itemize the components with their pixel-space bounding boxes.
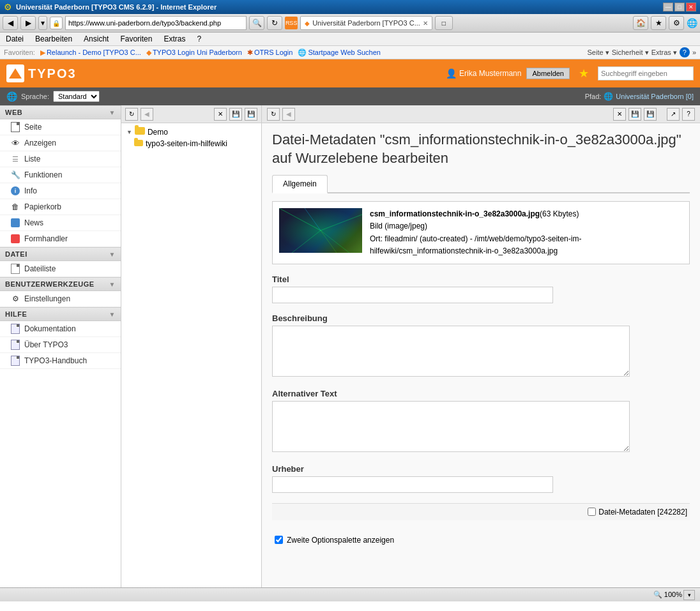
sidebar: WEB ▼ Seite 👁 Anzeigen ☰ Liste bbox=[0, 105, 121, 587]
path-info: Pfad: 🌐 Universität Paderborn [0] bbox=[585, 92, 694, 101]
editor-save2-button[interactable]: 💾 bbox=[644, 108, 657, 121]
page-menu[interactable]: Seite ▾ bbox=[588, 49, 609, 57]
menu-datei[interactable]: Datei bbox=[4, 34, 26, 44]
sidebar-item-info[interactable]: i Info bbox=[0, 183, 121, 199]
link-startpage[interactable]: 🌐 Startpage Web Suchen bbox=[298, 49, 381, 57]
settings-icon: ⚙ bbox=[10, 294, 20, 304]
svg-line-0 bbox=[279, 208, 321, 230]
help-btn[interactable]: ? bbox=[680, 47, 690, 57]
sidebar-item-ueber-typo3[interactable]: Über TYPO3 bbox=[0, 337, 121, 353]
tab-bar: Allgemein bbox=[272, 175, 690, 193]
sidebar-item-dateiliste[interactable]: Dateiliste bbox=[0, 261, 121, 277]
save-tree-button[interactable]: 💾 bbox=[229, 108, 242, 121]
title-input[interactable] bbox=[272, 287, 553, 303]
bw-section-arrow: ▼ bbox=[109, 281, 116, 288]
editor-content: Datei-Metadaten "csm_informationstechnik… bbox=[262, 123, 700, 557]
file-thumbnail bbox=[279, 208, 362, 253]
path-icon: 🌐 bbox=[604, 92, 613, 101]
close-tree-button[interactable]: ✕ bbox=[214, 108, 227, 121]
favorites-button[interactable]: ★ bbox=[651, 16, 666, 30]
right-menu-more[interactable]: » bbox=[692, 49, 696, 56]
save-close-tree-button[interactable]: 💾 bbox=[245, 108, 257, 121]
typo3-search-input[interactable] bbox=[598, 66, 694, 80]
sidebar-item-seite[interactable]: Seite bbox=[0, 119, 121, 135]
sidebar-item-einstellungen[interactable]: ⚙ Einstellungen bbox=[0, 291, 121, 307]
file-location: Ort: fileadmin/ (auto-created) - /imt/we… bbox=[370, 233, 683, 257]
sidebar-item-anzeigen[interactable]: 👁 Anzeigen bbox=[0, 135, 121, 151]
minimize-button[interactable]: — bbox=[663, 3, 673, 11]
refresh-button[interactable]: ↻ bbox=[267, 16, 282, 30]
editor-close-button[interactable]: ✕ bbox=[613, 108, 626, 121]
doc-icon-2 bbox=[10, 340, 20, 350]
link-typo3login[interactable]: ◆ TYPO3 Login Uni Paderborn bbox=[146, 49, 242, 57]
second-options-checkbox-row: Zweite Optionspalette anzeigen bbox=[275, 536, 687, 545]
user-info: 👤 Erika Mustermann bbox=[446, 68, 521, 79]
maximize-button[interactable]: □ bbox=[674, 3, 685, 11]
menu-ansicht[interactable]: Ansicht bbox=[82, 34, 110, 44]
go-button[interactable]: 🔍 bbox=[249, 16, 264, 30]
menu-bearbeiten[interactable]: Bearbeiten bbox=[33, 34, 74, 44]
metadata-checkbox[interactable] bbox=[588, 508, 596, 516]
bookmark-star[interactable]: ★ bbox=[579, 66, 589, 80]
window-controls[interactable]: — □ ✕ bbox=[663, 3, 696, 11]
link-relaunch[interactable]: ▶ Relaunch - Demo [TYPO3 C... bbox=[40, 49, 141, 57]
description-textarea[interactable] bbox=[272, 326, 630, 377]
menu-favoriten[interactable]: Favoriten bbox=[118, 34, 154, 44]
dropdown-button[interactable]: ▾ bbox=[38, 16, 47, 30]
home-button[interactable]: 🏠 bbox=[633, 16, 648, 30]
refresh-tree-button[interactable]: ↻ bbox=[125, 108, 138, 121]
forward-button[interactable]: ▶ bbox=[20, 16, 36, 30]
info-icon: i bbox=[10, 186, 20, 196]
sidebar-item-formhandler[interactable]: Formhandler bbox=[0, 231, 121, 247]
editor-refresh-button[interactable]: ↻ bbox=[267, 108, 280, 121]
back-button[interactable]: ◀ bbox=[3, 16, 18, 30]
address-bar[interactable] bbox=[65, 16, 247, 30]
typo3-subheader: 🌐 Sprache: Standard Pfad: 🌐 Universität … bbox=[0, 87, 700, 105]
lang-label: Sprache: bbox=[21, 93, 49, 100]
author-input[interactable] bbox=[272, 476, 553, 493]
editor-help-button[interactable]: ? bbox=[682, 108, 695, 121]
urheber-label: Urheber bbox=[272, 464, 690, 474]
sidebar-item-papierkorb[interactable]: 🗑 Papierkorb bbox=[0, 199, 121, 215]
sidebar-item-funktionen[interactable]: 🔧 Funktionen bbox=[0, 167, 121, 183]
alt-text-textarea[interactable] bbox=[272, 401, 630, 452]
tree-node-seiten[interactable]: typo3-seiten-im-hilfewiki bbox=[124, 138, 259, 149]
eye-icon: 👁 bbox=[10, 138, 20, 148]
editor-expand-button[interactable]: ↗ bbox=[667, 108, 680, 121]
second-options-checkbox[interactable] bbox=[275, 536, 283, 544]
link-otrs-icon: ✱ bbox=[247, 49, 253, 57]
menu-extras[interactable]: Extras bbox=[162, 34, 187, 44]
close-button[interactable]: ✕ bbox=[686, 3, 696, 11]
menu-help[interactable]: ? bbox=[195, 34, 203, 44]
safety-menu[interactable]: Sicherheit ▾ bbox=[612, 49, 649, 57]
new-tab-button[interactable]: □ bbox=[435, 16, 453, 30]
lang-select[interactable]: Standard bbox=[53, 91, 100, 102]
rss-icon: RSS bbox=[285, 17, 298, 29]
web-section-arrow: ▼ bbox=[109, 109, 116, 116]
extras-menu[interactable]: Extras ▾ bbox=[651, 49, 677, 57]
tools-button[interactable]: ⚙ bbox=[669, 16, 684, 30]
tab-allgemein[interactable]: Allgemein bbox=[272, 175, 328, 193]
path-link[interactable]: Universität Paderborn [0] bbox=[616, 93, 694, 100]
svg-line-2 bbox=[321, 215, 362, 230]
link-startpage-icon: 🌐 bbox=[298, 49, 307, 57]
titel-label: Titel bbox=[272, 275, 690, 284]
alttext-label: Alternativer Text bbox=[272, 389, 690, 398]
logout-button[interactable]: Abmelden bbox=[526, 68, 570, 79]
doc-icon-1 bbox=[10, 324, 20, 334]
second-options-area: Zweite Optionspalette anzeigen bbox=[272, 520, 690, 550]
sidebar-item-dokumentation[interactable]: Dokumentation bbox=[0, 321, 121, 337]
typo3-logo-text: TYPO3 bbox=[28, 66, 77, 81]
editor-back-button[interactable]: ◀ bbox=[282, 108, 295, 121]
tree-node-demo[interactable]: ▼ Demo bbox=[124, 126, 259, 138]
sidebar-section-benutzerwerkzeuge: BENUTZERWERKZEUGE ▼ bbox=[0, 277, 121, 291]
datei-section-arrow: ▼ bbox=[109, 251, 116, 258]
sidebar-item-handbuch[interactable]: TYPO3-Handbuch bbox=[0, 353, 121, 369]
editor-save-button[interactable]: 💾 bbox=[628, 108, 641, 121]
back-tree-button[interactable]: ◀ bbox=[141, 108, 153, 121]
link-otrs[interactable]: ✱ OTRS Login bbox=[247, 49, 293, 57]
sidebar-item-news[interactable]: News bbox=[0, 215, 121, 231]
sidebar-item-liste[interactable]: ☰ Liste bbox=[0, 151, 121, 167]
tab-close-x[interactable]: ✕ bbox=[423, 20, 428, 27]
zoom-dropdown-button[interactable]: ▾ bbox=[683, 590, 695, 600]
